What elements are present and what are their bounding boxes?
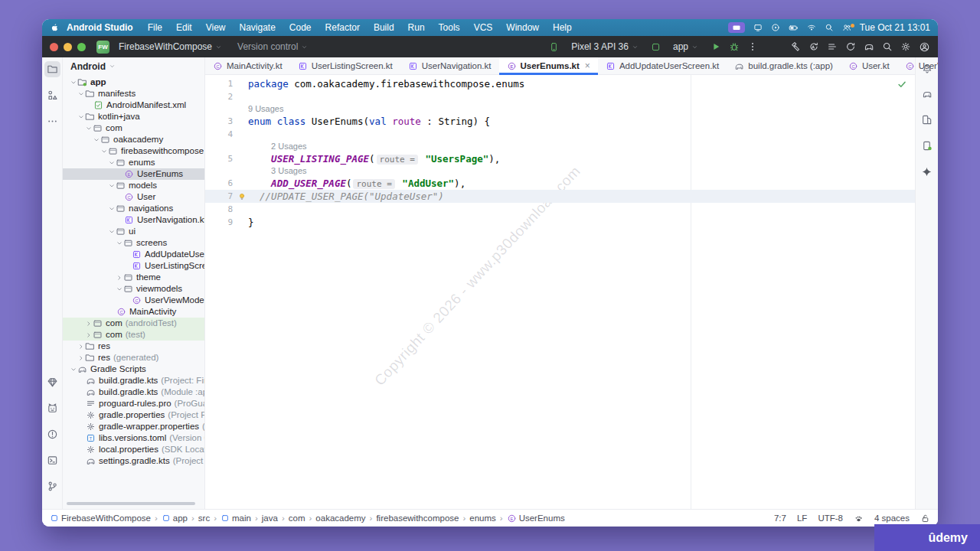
tree-item-com[interactable]: com(androidTest) — [63, 318, 204, 329]
code-line-9[interactable]: 9} — [205, 216, 915, 229]
search-everywhere-icon[interactable] — [882, 41, 893, 52]
menu-item-help[interactable]: Help — [546, 22, 579, 33]
gradle-elephant-icon[interactable] — [864, 41, 874, 52]
tree-item-userenums[interactable]: EUserEnums — [63, 168, 204, 180]
tree-item-viewmodels[interactable]: viewmodels — [63, 283, 204, 295]
breadcrumb-item-com[interactable]: com — [289, 514, 305, 523]
menu-item-window[interactable]: Window — [499, 22, 546, 33]
chevron-right-icon[interactable] — [77, 343, 85, 350]
tree-item-gradle-properties[interactable]: gradle.properties(Project Properties) — [63, 409, 204, 421]
user-switch-icon[interactable] — [842, 23, 851, 32]
chevron-down-icon[interactable] — [115, 285, 123, 293]
tree-item-models[interactable]: models — [63, 180, 204, 191]
breadcrumb-item-enums[interactable]: enums — [469, 514, 496, 523]
project-folder-icon[interactable] — [44, 61, 60, 77]
chevron-down-icon[interactable] — [69, 366, 77, 373]
breadcrumb-item-firebasewithcompose[interactable]: firebasewithcompose — [376, 514, 459, 523]
screen-mirroring-icon[interactable] — [728, 22, 745, 33]
display-icon[interactable] — [753, 23, 763, 32]
debug-bug-icon[interactable] — [729, 41, 740, 52]
chevron-right-icon[interactable] — [84, 320, 93, 328]
chevron-right-icon[interactable] — [115, 274, 123, 282]
chevron-down-icon[interactable] — [84, 125, 93, 132]
zoom-window-button[interactable] — [77, 43, 86, 51]
menu-item-view[interactable]: View — [199, 22, 233, 33]
menu-item-build[interactable]: Build — [367, 22, 401, 33]
profile-icon[interactable] — [919, 41, 930, 53]
tree-item-navigations[interactable]: navigations — [63, 203, 204, 214]
tab-userlistingscreen-kt[interactable]: UserListingScreen.kt — [290, 57, 400, 74]
tree-item-enums[interactable]: enums — [63, 157, 204, 168]
gemini-icon[interactable] — [919, 164, 935, 180]
chevron-down-icon[interactable] — [107, 205, 116, 213]
chevron-down-icon[interactable] — [77, 90, 85, 98]
run-play-icon[interactable] — [710, 41, 721, 52]
tree-item-screens[interactable]: screens — [63, 237, 204, 249]
menu-item-vcs[interactable]: VCS — [467, 22, 500, 33]
chevron-down-icon[interactable] — [77, 113, 85, 121]
usages-hint[interactable]: 2 Usages — [205, 141, 915, 152]
encoding-widget[interactable]: UTF-8 — [818, 514, 843, 523]
more-vert-icon[interactable] — [747, 41, 758, 52]
menu-item-refactor[interactable]: Refactor — [318, 22, 367, 33]
tree-item-com[interactable]: com(test) — [63, 329, 204, 341]
code-line-7[interactable]: 7 //UPDATE_USER_PAGE("UpdateUser") — [205, 190, 915, 203]
project-panel-scrollbar[interactable] — [67, 502, 195, 505]
problems-icon[interactable] — [44, 426, 60, 442]
tree-item-oakacademy[interactable]: oakacademy — [63, 134, 204, 145]
battery-icon[interactable] — [789, 23, 799, 33]
line-ending-widget[interactable]: LF — [797, 514, 807, 523]
tree-item-mainactivity[interactable]: CMainActivity — [63, 306, 204, 318]
unlock-icon[interactable] — [920, 514, 930, 523]
tree-item-com[interactable]: com — [63, 122, 204, 134]
close-window-button[interactable] — [50, 43, 58, 51]
tree-item-res[interactable]: res(generated) — [63, 352, 204, 364]
terminal-icon[interactable] — [44, 452, 60, 468]
code-editor[interactable]: Copyright © 2026 - www.p30download.com 1… — [205, 75, 915, 509]
gradle-elephant-icon[interactable] — [920, 86, 935, 102]
tree-item-res[interactable]: res — [63, 341, 204, 352]
tree-item-libs-versions-toml[interactable]: Tlibs.versions.toml(Version Catalog "lib… — [63, 432, 204, 444]
tree-item-usernavigation-kt[interactable]: UserNavigation.kt — [63, 214, 204, 226]
minimize-window-button[interactable] — [64, 43, 72, 51]
tab-userviewmodel-kt[interactable]: CUserViewModel.kt — [897, 57, 938, 74]
chevron-down-icon[interactable] — [107, 182, 116, 190]
menu-item-run[interactable]: Run — [401, 22, 432, 33]
tree-item-app[interactable]: app — [63, 77, 204, 88]
tree-item-gradle-wrapper-properties[interactable]: gradle-wrapper.properties(Gradle Ver — [63, 421, 204, 432]
device-explorer-icon[interactable] — [919, 112, 935, 128]
tree-item-settings-gradle-kts[interactable]: settings.gradle.kts(Project Settings) — [63, 455, 204, 467]
settings-icon[interactable] — [900, 41, 911, 52]
tree-item-theme[interactable]: theme — [63, 272, 204, 283]
ellipsis-icon[interactable] — [44, 113, 60, 129]
tab-userenums-kt[interactable]: EUserEnums.kt× — [499, 57, 598, 74]
tab-addupdateuserscreen-kt[interactable]: AddUpdateUserScreen.kt — [598, 57, 727, 74]
chevron-down-icon[interactable] — [92, 136, 100, 144]
git-branch-icon[interactable] — [44, 478, 60, 494]
menu-item-edit[interactable]: Edit — [169, 22, 199, 33]
project-selector[interactable]: FirebaseWithCompose — [114, 41, 227, 52]
menu-item-file[interactable]: File — [141, 22, 169, 33]
tree-item-proguard-rules-pro[interactable]: proguard-rules.pro(ProGuard Rules fo — [63, 398, 204, 409]
logcat-icon[interactable] — [44, 400, 60, 416]
tree-item-local-properties[interactable]: local.properties(SDK Location) — [63, 444, 204, 455]
chevron-down-icon[interactable] — [100, 148, 108, 155]
version-control-menu[interactable]: Version control — [233, 41, 312, 52]
build-variants-icon[interactable] — [827, 41, 838, 52]
sync-icon[interactable] — [845, 41, 856, 52]
tree-item-manifests[interactable]: manifests — [63, 88, 204, 99]
usages-hint[interactable]: 9 Usages — [205, 103, 915, 115]
running-devices-icon[interactable] — [919, 138, 935, 154]
code-line-8[interactable]: 8 — [205, 203, 915, 216]
chevron-down-icon[interactable] — [115, 240, 123, 247]
menu-app-name[interactable]: Android Studio — [59, 22, 141, 33]
wifi-icon[interactable] — [807, 23, 816, 32]
tab-user-kt[interactable]: CUser.kt — [841, 57, 897, 74]
tree-item-kotlin-java[interactable]: kotlin+java — [63, 111, 204, 122]
intention-bulb-icon[interactable] — [236, 190, 248, 203]
paw-icon[interactable] — [854, 514, 864, 523]
breadcrumb-item-userenums[interactable]: EUserEnums — [507, 514, 565, 523]
chevron-down-icon[interactable] — [107, 159, 116, 167]
apply-changes-icon[interactable] — [808, 41, 819, 52]
code-line-6[interactable]: 6 ADD_USER_PAGE(route = "AddUser"), — [205, 177, 915, 190]
